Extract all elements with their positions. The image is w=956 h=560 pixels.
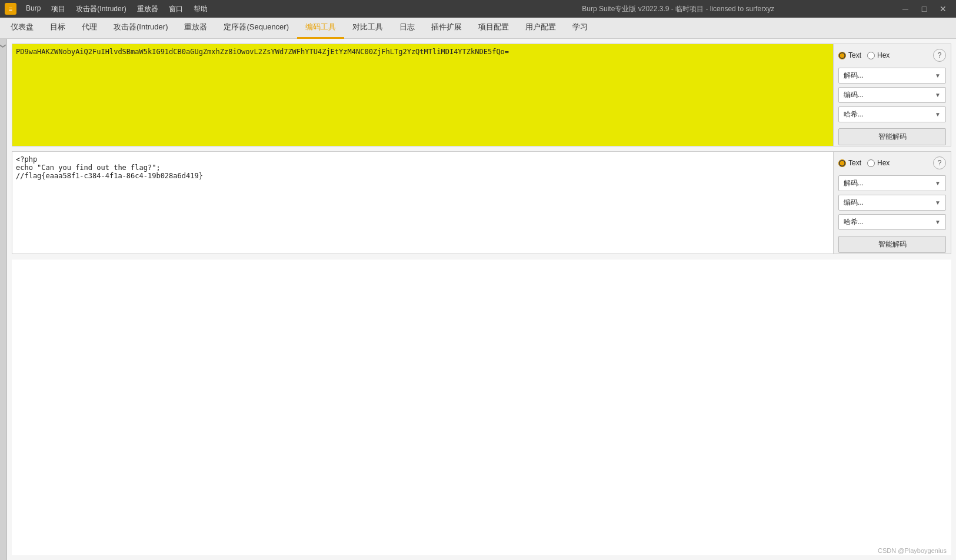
panel-1-decode-arrow-icon: ▼ <box>935 72 941 79</box>
left-strip: ❯ <box>0 39 7 560</box>
panel-2-hex-label: Hex <box>877 159 890 167</box>
panel-2-encode-arrow-icon: ▼ <box>935 199 941 206</box>
panel-1-hex-radio[interactable] <box>867 52 875 59</box>
panel-2-decode-label: 解码... <box>844 178 864 188</box>
panel-2: Text Hex ? 解码... ▼ 编码... ▼ 哈 <box>12 151 951 254</box>
panel-2-help-button[interactable]: ? <box>933 156 946 169</box>
title-bar: ≡ Burp 项目 攻击器(Intruder) 重放器 窗口 帮助 Burp S… <box>0 0 956 18</box>
tab-proxy[interactable]: 代理 <box>74 18 105 39</box>
app-logo: ≡ <box>5 3 16 15</box>
panel-2-decode-arrow-icon: ▼ <box>935 180 941 186</box>
panel-1-encode-button[interactable]: 编码... ▼ <box>838 87 946 103</box>
watermark: CSDN @Playboygenius <box>878 547 947 554</box>
center-area: Text Hex ? 解码... ▼ 编码... ▼ 哈 <box>7 39 956 560</box>
nav-tabs: 仪表盘 目标 代理 攻击器(Intruder) 重放器 定序器(Sequence… <box>0 18 956 39</box>
tab-sequencer[interactable]: 定序器(Sequencer) <box>215 18 297 39</box>
tab-decoder[interactable]: 编码工具 <box>297 18 344 39</box>
panel-1-hash-label: 哈希... <box>844 109 864 119</box>
panel-2-hash-button[interactable]: 哈希... ▼ <box>838 214 946 230</box>
panel-1-text-radio[interactable] <box>838 52 846 59</box>
panel-1: Text Hex ? 解码... ▼ 编码... ▼ 哈 <box>12 44 951 146</box>
left-arrow-icon: ❯ <box>0 44 6 48</box>
panel-1-hash-button[interactable]: 哈希... ▼ <box>838 106 946 122</box>
panel-1-text-radio-label[interactable]: Text <box>838 51 861 59</box>
menu-intruder[interactable]: 攻击器(Intruder) <box>71 3 131 15</box>
panel-1-encode-arrow-icon: ▼ <box>935 92 941 98</box>
panel-2-decode-button[interactable]: 解码... ▼ <box>838 175 946 191</box>
tab-comparer[interactable]: 对比工具 <box>344 18 391 39</box>
window-title: Burp Suite专业版 v2022.3.9 - 临时项目 - license… <box>459 4 898 14</box>
tab-learn[interactable]: 学习 <box>564 18 596 39</box>
tab-repeater[interactable]: 重放器 <box>176 18 215 39</box>
window-controls: ─ □ ✕ <box>897 3 951 15</box>
panel-1-decode-label: 解码... <box>844 71 864 81</box>
panel-2-controls: Text Hex ? 解码... ▼ 编码... ▼ 哈 <box>833 152 951 254</box>
menu-window[interactable]: 窗口 <box>164 3 188 15</box>
maximize-button[interactable]: □ <box>916 3 932 15</box>
menu-help[interactable]: 帮助 <box>189 3 212 15</box>
panel-1-hash-arrow-icon: ▼ <box>935 111 941 118</box>
close-button[interactable]: ✕ <box>935 3 951 15</box>
panel-2-text-radio[interactable] <box>838 159 846 167</box>
panel-2-hash-label: 哈希... <box>844 217 864 227</box>
panel-1-textarea[interactable] <box>12 44 833 146</box>
panel-2-text-label: Text <box>848 159 861 167</box>
panel-1-hex-radio-label[interactable]: Hex <box>867 51 890 59</box>
panel-2-hash-arrow-icon: ▼ <box>935 219 941 225</box>
panel-1-decode-button[interactable]: 解码... ▼ <box>838 68 946 84</box>
panel-2-smart-decode-button[interactable]: 智能解码 <box>838 236 946 253</box>
panel-2-text-radio-label[interactable]: Text <box>838 159 861 167</box>
tab-intruder[interactable]: 攻击器(Intruder) <box>105 18 176 39</box>
panel-1-text-label: Text <box>848 51 861 59</box>
panel-1-hex-label: Hex <box>877 51 890 59</box>
tab-project-options[interactable]: 项目配置 <box>470 18 517 39</box>
panel-2-hex-radio-label[interactable]: Hex <box>867 159 890 167</box>
tab-target[interactable]: 目标 <box>42 18 74 39</box>
panel-1-encode-label: 编码... <box>844 90 864 100</box>
tab-dashboard[interactable]: 仪表盘 <box>2 18 42 39</box>
tab-extensions[interactable]: 插件扩展 <box>423 18 470 39</box>
panel-2-hex-radio[interactable] <box>867 159 875 167</box>
panel-1-controls: Text Hex ? 解码... ▼ 编码... ▼ 哈 <box>833 44 951 146</box>
panel-1-help-button[interactable]: ? <box>933 49 946 62</box>
menu-burp[interactable]: Burp <box>21 3 45 15</box>
main-content: ❯ Text Hex ? 解码... <box>0 39 956 560</box>
panel-1-smart-decode-button[interactable]: 智能解码 <box>838 128 946 145</box>
minimize-button[interactable]: ─ <box>897 3 914 15</box>
menu-repeater[interactable]: 重放器 <box>132 3 163 15</box>
tab-logger[interactable]: 日志 <box>391 18 423 39</box>
title-bar-menu: Burp 项目 攻击器(Intruder) 重放器 窗口 帮助 <box>21 3 459 15</box>
panel-2-encode-label: 编码... <box>844 198 864 208</box>
panel-1-format-row: Text Hex ? <box>838 49 946 62</box>
panel-2-encode-button[interactable]: 编码... ▼ <box>838 195 946 211</box>
tab-user-options[interactable]: 用户配置 <box>517 18 564 39</box>
menu-project[interactable]: 项目 <box>46 3 70 15</box>
bottom-empty-area <box>12 259 951 555</box>
panel-2-textarea[interactable] <box>12 152 833 254</box>
panel-2-format-row: Text Hex ? <box>838 156 946 169</box>
